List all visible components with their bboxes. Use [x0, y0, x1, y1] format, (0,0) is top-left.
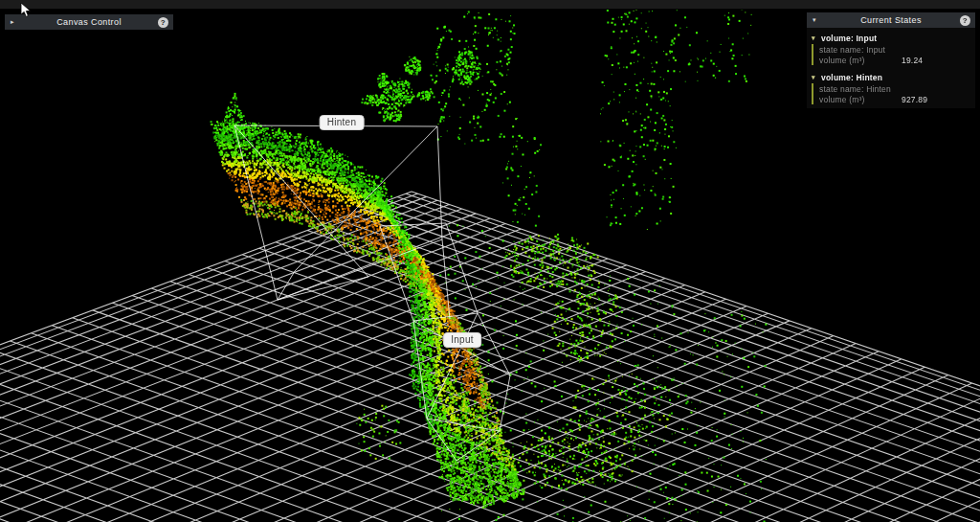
- state-group-name: volume: Input: [821, 34, 877, 43]
- row-label: volume (m³): [819, 95, 902, 104]
- canvas-control-title: Canvas Control: [20, 17, 158, 27]
- chevron-down-icon: ▾: [812, 74, 817, 81]
- row-label: state name: Hinten: [819, 84, 902, 94]
- row-label: state name: Input: [819, 45, 902, 55]
- current-states-header[interactable]: ▾ Current States ?: [807, 12, 975, 28]
- help-icon[interactable]: ?: [158, 17, 168, 28]
- state-name-row: state name: Hinten: [813, 83, 975, 94]
- collapse-arrow-icon[interactable]: ▸: [5, 18, 20, 26]
- volume-row: volume (m³) 927.89: [813, 94, 975, 104]
- state-group-name: volume: Hinten: [821, 73, 882, 82]
- canvas-control-panel: ▸ Canvas Control ?: [5, 14, 173, 30]
- current-states-panel: ▾ Current States ? ▾ volume: Input state…: [807, 12, 975, 108]
- state-group-title[interactable]: ▾ volume: Input: [807, 33, 975, 44]
- volume-label-hinten[interactable]: Hinten: [320, 115, 365, 130]
- app-window: Hinten Input ▸ Canvas Control ? ▾ Curren…: [0, 0, 980, 522]
- state-group-input: ▾ volume: Input state name: Input volume…: [807, 33, 975, 65]
- state-group-rows: state name: Hinten volume (m³) 927.89: [812, 83, 975, 104]
- chevron-down-icon: ▾: [812, 34, 817, 42]
- row-value: 19.24: [902, 56, 923, 65]
- state-group-title[interactable]: ▾ volume: Hinten: [807, 72, 975, 83]
- canvas-control-header[interactable]: ▸ Canvas Control ?: [5, 14, 173, 30]
- volume-label-input[interactable]: Input: [443, 332, 481, 348]
- volume-row: volume (m³) 19.24: [813, 55, 975, 65]
- help-icon[interactable]: ?: [960, 15, 970, 26]
- current-states-title: Current States: [822, 15, 960, 25]
- state-group-rows: state name: Input volume (m³) 19.24: [812, 44, 975, 65]
- row-value: 927.89: [902, 95, 927, 104]
- collapse-arrow-icon[interactable]: ▾: [807, 16, 822, 24]
- current-states-body: ▾ volume: Input state name: Input volume…: [807, 28, 975, 108]
- state-name-row: state name: Input: [813, 44, 975, 55]
- state-group-hinten: ▾ volume: Hinten state name: Hinten volu…: [807, 72, 975, 104]
- top-bar: [0, 0, 980, 10]
- row-label: volume (m³): [819, 56, 902, 65]
